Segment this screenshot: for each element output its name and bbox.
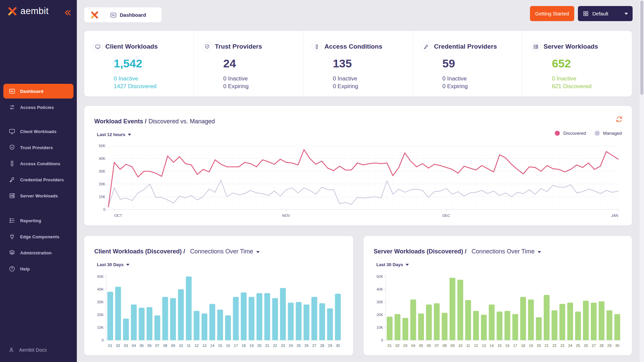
svg-text:13: 13 bbox=[482, 344, 486, 348]
panel-title-bold: Client Workloads (Discovered) / bbox=[94, 248, 185, 255]
stat-card-line2: 0 Expiring bbox=[442, 82, 519, 90]
key-icon bbox=[9, 176, 15, 183]
sidebar-item-access-conditions[interactable]: Access Conditions bbox=[3, 156, 73, 171]
sidebar-item-trust-providers[interactable]: Trust Providers bbox=[3, 140, 73, 155]
sidebar-item-client-workloads[interactable]: Client Workloads bbox=[3, 124, 73, 139]
stat-card-line2: 0 Expiring bbox=[223, 82, 300, 90]
view-selector-dropdown[interactable]: Default bbox=[578, 6, 633, 21]
stat-card-line1: 0 Inactive bbox=[223, 75, 300, 82]
svg-text:10K: 10K bbox=[97, 325, 104, 329]
sidebar-item-label: Edge Components bbox=[20, 234, 59, 239]
sidebar-item-help[interactable]: Help bbox=[3, 261, 73, 276]
chevron-down-icon bbox=[538, 251, 541, 253]
sidebar-collapse-button[interactable] bbox=[63, 8, 73, 18]
svg-text:40K: 40K bbox=[97, 287, 104, 291]
sidebar: aembit Dashboard Access Policies Client … bbox=[0, 0, 77, 362]
getting-started-button[interactable]: Getting Started bbox=[530, 6, 574, 21]
svg-text:29: 29 bbox=[328, 344, 332, 348]
sidebar-item-credential-providers[interactable]: Credential Providers bbox=[3, 172, 73, 187]
svg-text:26: 26 bbox=[584, 344, 588, 348]
sidebar-item-server-workloads[interactable]: Server Workloads bbox=[3, 188, 73, 203]
main-content: Dashboard Getting Started Default Client… bbox=[77, 0, 644, 362]
stat-card-title: Client Workloads bbox=[105, 43, 158, 50]
metric-dropdown[interactable]: Connections Over Time bbox=[472, 248, 541, 255]
time-range-dropdown[interactable]: Last 30 Days bbox=[376, 262, 409, 267]
stat-card-trust-providers[interactable]: Trust Providers 24 0 Inactive 0 Expiring bbox=[194, 31, 304, 97]
stat-card-line1: 0 Inactive bbox=[552, 75, 629, 82]
svg-text:14: 14 bbox=[210, 344, 214, 348]
sidebar-item-label: Reporting bbox=[20, 218, 41, 223]
legend-item-managed[interactable]: Managed bbox=[595, 131, 622, 136]
server-icon bbox=[9, 192, 15, 199]
sidebar-item-edge-components[interactable]: Edge Components bbox=[3, 229, 73, 244]
sidebar-item-reporting[interactable]: Reporting bbox=[3, 213, 73, 228]
time-range-dropdown[interactable]: Last 30 Days bbox=[97, 262, 129, 267]
svg-text:0: 0 bbox=[102, 338, 104, 342]
chevron-down-icon bbox=[256, 251, 260, 253]
refresh-icon bbox=[615, 115, 623, 123]
stat-card-line1: 0 Inactive bbox=[442, 75, 519, 82]
svg-text:05: 05 bbox=[419, 344, 423, 348]
stat-card-server-workloads[interactable]: Server Workloads 652 0 Inactive 621 Disc… bbox=[522, 31, 632, 97]
svg-text:27: 27 bbox=[312, 344, 316, 348]
breadcrumb-page[interactable]: Dashboard bbox=[105, 12, 162, 18]
sidebar-item-label: Access Policies bbox=[20, 105, 54, 110]
svg-text:28: 28 bbox=[599, 344, 603, 348]
svg-text:05: 05 bbox=[140, 344, 144, 348]
sidebar-item-dashboard[interactable]: Dashboard bbox=[3, 84, 73, 99]
svg-text:14: 14 bbox=[490, 344, 494, 348]
svg-text:30K: 30K bbox=[99, 169, 105, 173]
stat-card-value: 24 bbox=[223, 57, 300, 70]
sidebar-item-aembit-docs[interactable]: Aembit Docs bbox=[8, 347, 47, 353]
svg-text:11: 11 bbox=[187, 344, 191, 348]
stat-card-access-conditions[interactable]: Access Conditions 135 0 Inactive 0 Expir… bbox=[303, 31, 413, 97]
stat-card-line2: 0 Expiring bbox=[333, 82, 409, 90]
stat-cards-row: Client Workloads 1,542 0 Inactive 1427 D… bbox=[84, 31, 632, 97]
scrollbar-track[interactable] bbox=[640, 0, 644, 362]
sidebar-item-label: Dashboard bbox=[20, 89, 43, 94]
metric-dropdown[interactable]: Connections Over Time bbox=[190, 248, 260, 255]
time-range-value: Last 30 Days bbox=[97, 262, 124, 267]
server-icon bbox=[531, 42, 541, 52]
stat-card-client-workloads[interactable]: Client Workloads 1,542 0 Inactive 1427 D… bbox=[84, 31, 194, 97]
view-selector-value: Default bbox=[592, 11, 625, 16]
svg-text:18: 18 bbox=[241, 344, 246, 348]
brand-logo: aembit bbox=[7, 6, 49, 16]
svg-text:22: 22 bbox=[273, 344, 277, 348]
legend-item-discovered[interactable]: Discovered bbox=[555, 131, 586, 136]
refresh-button[interactable] bbox=[615, 115, 623, 123]
svg-text:29: 29 bbox=[607, 344, 611, 348]
sidebar-item-label: Server Workloads bbox=[20, 193, 58, 198]
key-icon bbox=[421, 42, 431, 52]
chart-legend: Discovered Managed bbox=[555, 131, 622, 136]
breadcrumb-home[interactable] bbox=[84, 7, 105, 22]
sidebar-item-label: Help bbox=[20, 266, 30, 272]
svg-text:22: 22 bbox=[552, 344, 556, 348]
svg-text:21: 21 bbox=[265, 344, 269, 348]
monitor-icon bbox=[93, 42, 103, 52]
stat-card-title: Access Conditions bbox=[324, 43, 382, 50]
sidebar-item-label: Credential Providers bbox=[20, 177, 64, 182]
aembit-x-icon bbox=[7, 7, 17, 16]
person-icon bbox=[8, 347, 15, 353]
svg-text:19: 19 bbox=[529, 344, 533, 348]
time-range-dropdown[interactable]: Last 12 hours bbox=[97, 132, 131, 137]
svg-text:06: 06 bbox=[427, 344, 431, 348]
svg-text:02: 02 bbox=[116, 344, 120, 348]
svg-text:10K: 10K bbox=[376, 325, 383, 329]
list-icon bbox=[9, 217, 15, 224]
svg-text:24: 24 bbox=[289, 344, 293, 348]
panel-title: Client Workloads (Discovered) / Connecti… bbox=[94, 248, 260, 255]
panel-title-bold: Workload Events / bbox=[94, 118, 147, 125]
svg-text:12: 12 bbox=[474, 344, 478, 348]
stat-card-credential-providers[interactable]: Credential Providers 59 0 Inactive 0 Exp… bbox=[413, 31, 523, 97]
sidebar-item-administration[interactable]: Administration bbox=[3, 245, 73, 260]
svg-text:17: 17 bbox=[234, 344, 238, 348]
svg-text:09: 09 bbox=[450, 344, 454, 348]
sidebar-item-access-policies[interactable]: Access Policies bbox=[3, 100, 73, 115]
scrollbar-thumb[interactable] bbox=[640, 1, 643, 95]
svg-text:19: 19 bbox=[250, 344, 254, 348]
svg-text:20K: 20K bbox=[97, 313, 104, 317]
workload-events-line-chart: 010K20K30K40K50KOCTNOVDECJAN bbox=[93, 142, 623, 222]
breadcrumb: Dashboard bbox=[84, 7, 162, 22]
